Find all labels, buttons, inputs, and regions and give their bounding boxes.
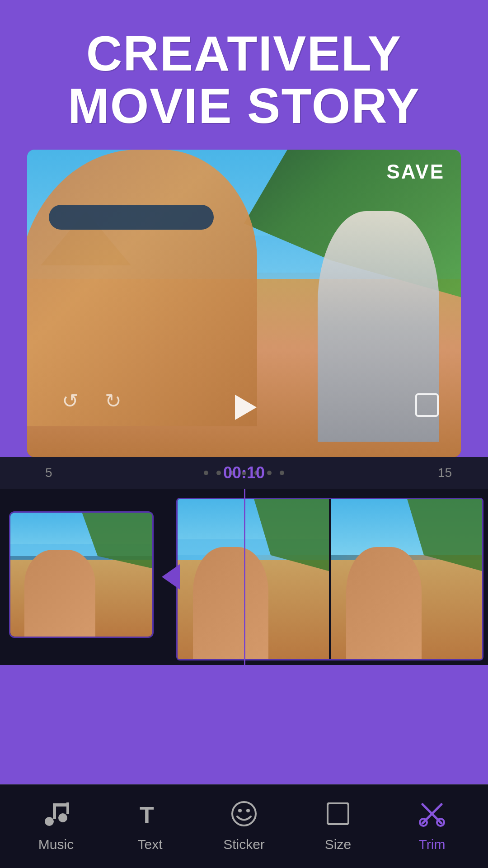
clip-frame-2 [331, 499, 482, 659]
trim-icon [419, 801, 445, 831]
toolbar-item-size[interactable]: Size [302, 801, 374, 852]
bottom-toolbar: Music T Text Sticker [0, 784, 488, 868]
headline: CREATIVELY MOVIE STORY [18, 27, 470, 132]
svg-text:T: T [140, 802, 154, 827]
toolbar-item-music[interactable]: Music [20, 801, 92, 852]
svg-rect-9 [328, 803, 348, 824]
toolbar-item-sticker[interactable]: Sticker [208, 801, 280, 852]
timeline-tick-15: 15 [438, 466, 452, 480]
size-label: Size [325, 837, 351, 852]
timeline-cursor-line [244, 489, 245, 665]
timeline-dot [280, 471, 284, 475]
clip-thumbnail-left[interactable] [9, 511, 154, 638]
svg-rect-4 [53, 803, 69, 807]
redo-icon: ↻ [105, 389, 122, 412]
timeline-dot [216, 471, 221, 475]
svg-point-8 [246, 809, 250, 812]
toolbar-item-trim[interactable]: Trim [396, 801, 468, 852]
thumb-person [193, 547, 269, 659]
clips-container [0, 489, 488, 665]
clip-main[interactable] [176, 498, 483, 660]
headline-line1: CREATIVELY [86, 25, 402, 81]
timeline-dot [267, 471, 272, 475]
header: CREATIVELY MOVIE STORY [0, 0, 488, 150]
sticker-icon [231, 801, 257, 831]
timeline-dot [204, 471, 208, 475]
fullscreen-icon [415, 393, 439, 417]
redo-button[interactable]: ↻ [97, 385, 129, 416]
undo-icon: ↺ [62, 389, 79, 412]
toolbar-item-text[interactable]: T Text [114, 801, 186, 852]
svg-point-0 [45, 817, 54, 826]
save-button[interactable]: SAVE [386, 160, 445, 183]
thumb-person [346, 547, 422, 659]
video-frame: SAVE ↺ ↻ [27, 150, 461, 457]
timeline-bar[interactable]: 5 15 00:10 [0, 457, 488, 489]
timeline-time: 00:10 [223, 463, 265, 482]
clip-left-arrow [162, 564, 180, 590]
headline-line2: MOVIE STORY [68, 78, 420, 133]
timeline-tick-5: 5 [45, 466, 52, 480]
undo-button[interactable]: ↺ [54, 385, 86, 416]
music-label: Music [38, 837, 74, 852]
trim-label: Trim [419, 837, 446, 852]
text-icon: T [137, 801, 163, 831]
text-label: Text [137, 837, 162, 852]
clip-frame-1 [178, 499, 329, 659]
thumb-person [24, 550, 95, 637]
video-preview: SAVE ↺ ↻ [27, 150, 461, 457]
fullscreen-button[interactable] [411, 389, 443, 421]
play-button[interactable] [226, 389, 262, 425]
timeline-track: 5 15 00:10 [9, 471, 479, 475]
svg-point-6 [232, 802, 256, 826]
svg-point-1 [58, 813, 67, 822]
sticker-label: Sticker [223, 837, 265, 852]
size-icon [325, 801, 351, 831]
svg-point-7 [238, 809, 242, 812]
music-icon [43, 801, 69, 831]
play-icon [235, 395, 257, 420]
sunglasses [49, 205, 214, 229]
